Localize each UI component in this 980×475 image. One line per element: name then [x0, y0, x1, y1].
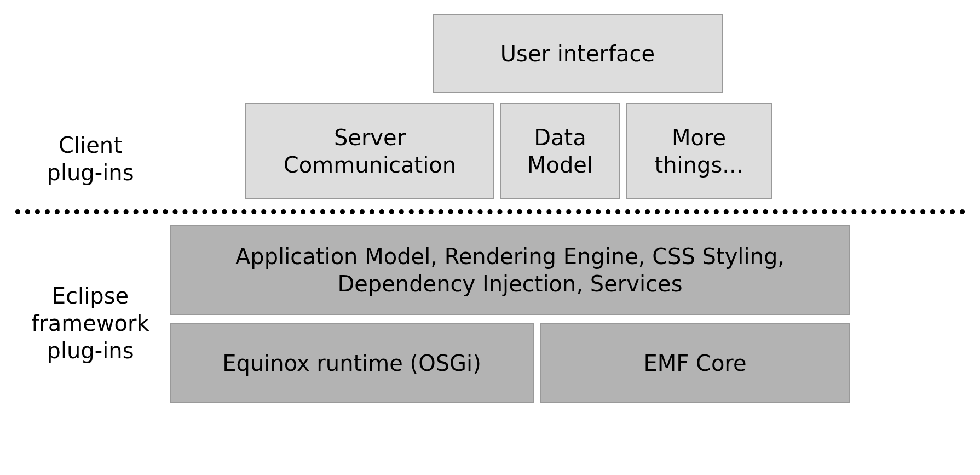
layer-divider — [15, 209, 965, 214]
application-model-box: Application Model, Rendering Engine, CSS… — [170, 225, 850, 315]
client-plugins-label: Clientplug-ins — [19, 131, 162, 186]
server-communication-box: ServerCommunication — [245, 103, 494, 199]
more-things-box: Morethings... — [626, 103, 772, 199]
emf-core-box: EMF Core — [540, 323, 850, 403]
eclipse-framework-label: Eclipseframeworkplug-ins — [14, 282, 167, 364]
data-model-box: DataModel — [500, 103, 620, 199]
user-interface-box: User interface — [433, 14, 723, 93]
equinox-runtime-box: Equinox runtime (OSGi) — [170, 323, 534, 403]
